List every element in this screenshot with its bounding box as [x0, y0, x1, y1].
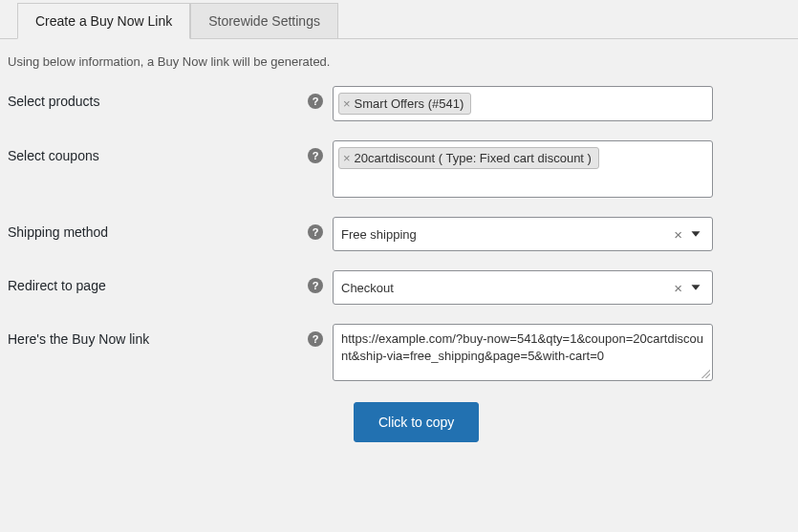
label-shipping-method: Shipping method [8, 224, 108, 240]
help-icon[interactable]: ? [308, 148, 323, 163]
label-redirect-page: Redirect to page [8, 278, 106, 293]
help-icon[interactable]: ? [308, 94, 323, 109]
row-shipping-method: Shipping method ? Free shipping × [0, 207, 798, 261]
intro-text: Using below information, a Buy Now link … [0, 39, 798, 76]
coupons-input[interactable]: × 20cartdiscount ( Type: Fixed cart disc… [333, 140, 713, 198]
product-tag: × Smart Offers (#541) [338, 93, 471, 115]
label-select-products: Select products [8, 94, 100, 109]
label-select-coupons: Select coupons [8, 148, 99, 163]
button-row: Click to copy [0, 391, 798, 454]
shipping-select[interactable]: Free shipping × [333, 217, 713, 251]
redirect-select[interactable]: Checkout × [333, 270, 713, 305]
products-input[interactable]: × Smart Offers (#541) [333, 86, 713, 121]
help-icon[interactable]: ? [308, 331, 323, 347]
label-buy-now-link: Here's the Buy Now link [8, 331, 149, 347]
clear-icon[interactable]: × [674, 280, 682, 296]
product-tag-label: Smart Offers (#541) [355, 96, 464, 111]
shipping-value: Free shipping [341, 227, 417, 242]
chevron-down-icon [687, 279, 704, 296]
tab-storewide-settings[interactable]: Storewide Settings [190, 3, 338, 38]
generated-link-textarea[interactable]: https://example.com/?buy-now=541&qty=1&c… [333, 324, 713, 381]
help-icon[interactable]: ? [308, 224, 323, 240]
help-icon[interactable]: ? [308, 278, 323, 293]
clear-icon[interactable]: × [674, 226, 682, 243]
tab-bar: Create a Buy Now Link Storewide Settings [0, 0, 798, 39]
tab-create-link[interactable]: Create a Buy Now Link [17, 3, 190, 39]
redirect-value: Checkout [341, 281, 394, 295]
remove-tag-icon[interactable]: × [343, 97, 351, 110]
row-select-products: Select products ? × Smart Offers (#541) [0, 76, 798, 131]
row-buy-now-link: Here's the Buy Now link ? https://exampl… [0, 314, 798, 391]
coupon-tag-label: 20cartdiscount ( Type: Fixed cart discou… [355, 151, 592, 165]
copy-button[interactable]: Click to copy [354, 402, 479, 442]
row-redirect-page: Redirect to page ? Checkout × [0, 261, 798, 314]
row-select-coupons: Select coupons ? × 20cartdiscount ( Type… [0, 131, 798, 207]
chevron-down-icon [687, 225, 704, 243]
coupon-tag: × 20cartdiscount ( Type: Fixed cart disc… [338, 147, 599, 169]
remove-tag-icon[interactable]: × [343, 152, 351, 164]
